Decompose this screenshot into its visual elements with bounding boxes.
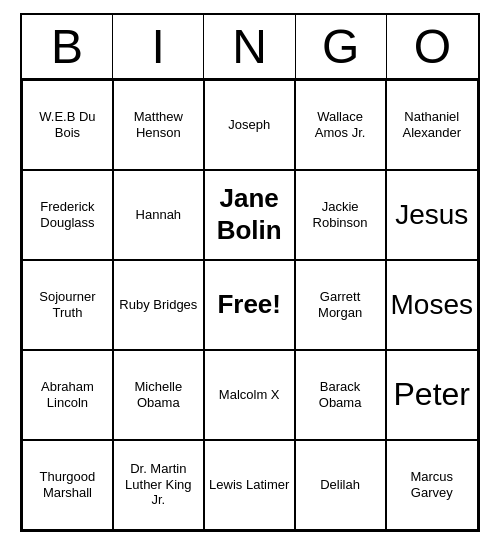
- bingo-cell-16: Michelle Obama: [113, 350, 204, 440]
- bingo-header: BINGO: [22, 15, 478, 80]
- bingo-cell-23: Delilah: [295, 440, 386, 530]
- bingo-cell-13: Garrett Morgan: [295, 260, 386, 350]
- bingo-cell-7: Jane Bolin: [204, 170, 295, 260]
- bingo-cell-11: Ruby Bridges: [113, 260, 204, 350]
- header-letter-i: I: [113, 15, 204, 78]
- bingo-cell-14: Moses: [386, 260, 478, 350]
- bingo-cell-22: Lewis Latimer: [204, 440, 295, 530]
- bingo-cell-12: Free!: [204, 260, 295, 350]
- bingo-card: BINGO W.E.B Du BoisMatthew HensonJosephW…: [20, 13, 480, 532]
- bingo-cell-10: Sojourner Truth: [22, 260, 113, 350]
- bingo-cell-3: Wallace Amos Jr.: [295, 80, 386, 170]
- bingo-cell-8: Jackie Robinson: [295, 170, 386, 260]
- header-letter-b: B: [22, 15, 113, 78]
- bingo-cell-17: Malcolm X: [204, 350, 295, 440]
- bingo-cell-24: Marcus Garvey: [386, 440, 478, 530]
- bingo-cell-1: Matthew Henson: [113, 80, 204, 170]
- header-letter-g: G: [296, 15, 387, 78]
- bingo-cell-20: Thurgood Marshall: [22, 440, 113, 530]
- bingo-cell-19: Peter: [386, 350, 478, 440]
- bingo-cell-0: W.E.B Du Bois: [22, 80, 113, 170]
- bingo-cell-2: Joseph: [204, 80, 295, 170]
- bingo-cell-6: Hannah: [113, 170, 204, 260]
- bingo-cell-18: Barack Obama: [295, 350, 386, 440]
- bingo-cell-21: Dr. Martin Luther King Jr.: [113, 440, 204, 530]
- bingo-grid: W.E.B Du BoisMatthew HensonJosephWallace…: [22, 80, 478, 530]
- bingo-cell-9: Jesus: [386, 170, 478, 260]
- header-letter-n: N: [204, 15, 295, 78]
- bingo-cell-4: Nathaniel Alexander: [386, 80, 478, 170]
- bingo-cell-15: Abraham Lincoln: [22, 350, 113, 440]
- bingo-cell-5: Frederick Douglass: [22, 170, 113, 260]
- header-letter-o: O: [387, 15, 478, 78]
